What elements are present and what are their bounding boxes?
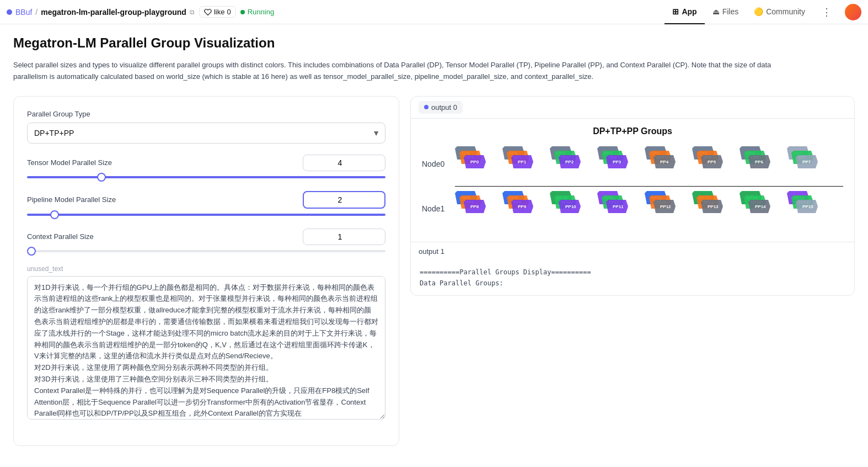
page-title: Megatron-LM Parallel Group Visualization [13, 35, 855, 51]
gpu-chip: DP1TP1PP1 [502, 146, 543, 182]
gpu-chip: DP6TP6PP6 [740, 146, 780, 182]
svg-text:PP1: PP1 [518, 160, 527, 164]
svg-text:PP14: PP14 [755, 204, 766, 209]
svg-text:PP8: PP8 [470, 204, 479, 209]
tab-files[interactable]: ⏏ Files [705, 0, 747, 24]
text-content-area[interactable]: 对1D并行来说，每一个并行组的GPU上的颜色都是相同的。具体点：对于数据并行来说… [27, 276, 385, 420]
gpu-chip: DP12TP12PP12 [645, 191, 685, 226]
output1-tab-bar: output 1 [411, 242, 854, 260]
tensor-row: Tensor Model Parallel Size [27, 155, 385, 171]
svg-text:PP6: PP6 [755, 160, 764, 164]
nav-separator: / [35, 8, 37, 17]
unused-label: unused_text [27, 265, 385, 273]
svg-text:PP11: PP11 [613, 204, 624, 209]
svg-text:PP10: PP10 [565, 204, 576, 209]
group-type-group: Parallel Group Type DP+TP+PP DP+TP DP+PP… [27, 110, 385, 144]
tab-community-label: Community [766, 7, 805, 16]
group-type-select-wrapper: DP+TP+PP DP+TP DP+PP TP+PP DP TP PP CP ▼ [27, 123, 385, 144]
tab-files-label: Files [722, 7, 739, 16]
tensor-parallel-group: Tensor Model Parallel Size [27, 155, 385, 180]
pipeline-input[interactable] [303, 191, 385, 209]
community-icon: 🟡 [754, 7, 763, 16]
pipeline-row: Pipeline Model Parallel Size [27, 191, 385, 209]
svg-text:PP5: PP5 [708, 160, 716, 164]
svg-text:PP13: PP13 [708, 204, 719, 209]
copy-icon[interactable]: ⧉ [190, 8, 195, 16]
svg-text:PP2: PP2 [565, 160, 574, 164]
status-dot [240, 10, 245, 14]
viz-title: DP+TP+PP Groups [411, 119, 854, 141]
output0-tab-label: output 0 [431, 103, 457, 112]
svg-text:PP7: PP7 [802, 160, 811, 164]
main-content: Megatron-LM Parallel Group Visualization… [0, 24, 868, 457]
svg-text:PP4: PP4 [660, 160, 669, 164]
svg-text:PP15: PP15 [802, 204, 813, 209]
like-count: 0 [227, 8, 231, 16]
brand-dot [7, 9, 12, 15]
gpu-chip: DP8TP8PP8 [455, 191, 496, 226]
gpu-chip: DP15TP15PP15 [787, 191, 828, 226]
gpu-chip: DP3TP3PP3 [597, 146, 638, 182]
gpu-chip: DP0TP0PP0 [455, 146, 496, 182]
right-panel: output 0 DP+TP+PP Groups Node0 DP0TP0PP0… [410, 96, 855, 296]
node-separator [455, 186, 843, 187]
repo-name[interactable]: megatron-lm-parallel-group-playground [41, 8, 186, 17]
context-label: Context Parallel Size [27, 232, 296, 241]
like-button[interactable]: like 0 [199, 6, 236, 18]
pipeline-label: Pipeline Model Parallel Size [27, 195, 296, 204]
context-slider[interactable] [27, 250, 385, 252]
group-type-select[interactable]: DP+TP+PP DP+TP DP+PP TP+PP DP TP PP CP [27, 123, 385, 144]
more-options-button[interactable]: ⋮ [817, 6, 836, 18]
pipeline-parallel-group: Pipeline Model Parallel Size [27, 191, 385, 217]
nav-tabs: ⊞ App ⏏ Files 🟡 Community [665, 0, 813, 24]
node0-label: Node0 [422, 160, 455, 168]
heart-icon [204, 8, 212, 16]
like-label: like [214, 8, 225, 16]
svg-text:PP9: PP9 [518, 204, 527, 209]
tensor-input-wrapper [303, 155, 385, 171]
node1-label: Node1 [422, 204, 455, 213]
gpu-chip: DP9TP9PP9 [502, 191, 543, 226]
gpu-chip: DP7TP7PP7 [787, 146, 828, 182]
gpu-chip: DP13TP13PP13 [692, 191, 733, 226]
svg-text:PP12: PP12 [660, 204, 671, 209]
output1-line1: ==========Parallel Groups Display=======… [420, 267, 845, 278]
node1-row: Node1 DP8TP8PP8DP9TP9PP9DP10TP10PP10DP11… [422, 191, 843, 226]
bbuf-label[interactable]: BBuf [15, 8, 32, 17]
app-icon: ⊞ [672, 7, 679, 16]
group-type-label: Parallel Group Type [27, 110, 385, 118]
pipeline-slider[interactable] [27, 214, 385, 216]
tensor-slider[interactable] [27, 176, 385, 178]
tab-app-label: App [682, 7, 696, 16]
nav-brand: BBuf / megatron-lm-parallel-group-playgr… [7, 8, 195, 17]
files-icon: ⏏ [712, 7, 720, 16]
context-parallel-group: Context Parallel Size [27, 229, 385, 254]
gpu-chip: DP4TP4PP4 [645, 146, 685, 182]
node1-chips: DP8TP8PP8DP9TP9PP9DP10TP10PP10DP11TP11PP… [455, 191, 843, 226]
context-row: Context Parallel Size [27, 229, 385, 245]
columns-layout: Parallel Group Type DP+TP+PP DP+TP DP+PP… [13, 96, 855, 446]
gpu-chip: DP11TP11PP11 [597, 191, 638, 226]
gpu-chip: DP14TP14PP14 [740, 191, 780, 226]
status-label: Running [248, 8, 274, 16]
gpu-chip: DP2TP2PP2 [550, 146, 591, 182]
left-panel: Parallel Group Type DP+TP+PP DP+TP DP+PP… [13, 96, 399, 446]
viz-area: Node0 DP0TP0PP0DP1TP1PP1DP2TP2PP2DP3TP3P… [411, 141, 854, 242]
context-input[interactable] [303, 229, 385, 245]
output0-tab[interactable]: output 0 [419, 101, 463, 114]
node0-chips: DP0TP0PP0DP1TP1PP1DP2TP2PP2DP3TP3PP3DP4T… [455, 146, 843, 182]
text-content-group: unused_text 对1D并行来说，每一个并行组的GPU上的颜色都是相同的。… [27, 265, 385, 421]
node0-row: Node0 DP0TP0PP0DP1TP1PP1DP2TP2PP2DP3TP3P… [422, 146, 843, 182]
tab-app[interactable]: ⊞ App [665, 0, 704, 24]
tab-community[interactable]: 🟡 Community [746, 0, 813, 24]
context-input-wrapper [303, 229, 385, 245]
tensor-label: Tensor Model Parallel Size [27, 158, 296, 167]
avatar[interactable] [845, 4, 861, 20]
svg-text:PP3: PP3 [613, 160, 621, 164]
output1-line2: Data Parallel Groups: [420, 278, 845, 289]
gpu-chip: DP10TP10PP10 [550, 191, 591, 226]
pipeline-input-wrapper [303, 191, 385, 209]
gpu-chip: DP5TP5PP5 [692, 146, 733, 182]
tensor-input[interactable] [303, 155, 385, 171]
output-tab-dot [424, 105, 428, 109]
